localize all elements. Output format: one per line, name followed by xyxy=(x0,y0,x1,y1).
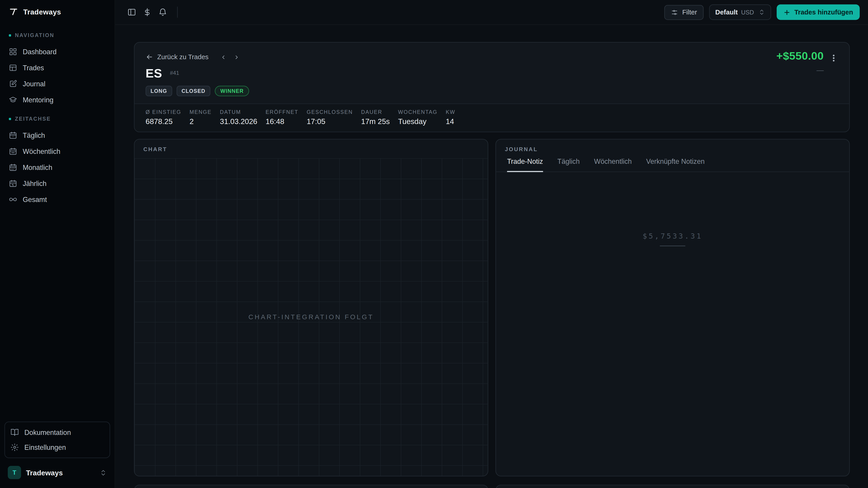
filter-sliders-icon xyxy=(671,8,678,16)
sidebar-item-dokumentation[interactable]: Dokumentation xyxy=(5,425,110,440)
sidebar-item-taeglich[interactable]: Täglich xyxy=(0,127,115,143)
section-label-zeitachse: ZEITACHSE xyxy=(0,116,115,122)
sidebar-item-einstellungen[interactable]: Einstellungen xyxy=(5,440,110,455)
next-trade-button[interactable] xyxy=(230,51,243,63)
badge-long: LONG xyxy=(146,86,172,96)
app-root: Tradeways NAVIGATION Dashboard Trades xyxy=(0,0,868,488)
stat-value: 31.03.2026 xyxy=(220,118,257,126)
sidebar-item-mentoring[interactable]: Mentoring xyxy=(0,92,115,108)
workspace-avatar: T xyxy=(8,466,21,479)
below-fold-row xyxy=(134,485,850,488)
trade-header: Zurück zu Trades +$550.00 xyxy=(134,43,849,104)
sidebar-footer: Dokumentation Einstellungen T Tradeways xyxy=(0,417,115,488)
calendar-week-icon xyxy=(9,147,17,156)
stat-label: ERÖFFNET xyxy=(266,109,298,115)
sidebar-item-trades[interactable]: Trades xyxy=(0,60,115,76)
currency-button[interactable] xyxy=(140,4,155,20)
below-fold-card-left xyxy=(134,485,488,488)
sidebar-item-jaehrlich[interactable]: Jährlich xyxy=(0,175,115,191)
stat-label: DATUM xyxy=(220,109,257,115)
calendar-year-icon xyxy=(9,179,17,188)
chart-grid: CHART-INTEGRATION FOLGT xyxy=(134,158,488,476)
stat-value: 17m 25s xyxy=(361,118,390,126)
sidebar-item-label: Täglich xyxy=(23,131,45,139)
sidebar-item-label: Einstellungen xyxy=(24,444,66,451)
chevrons-up-down-icon xyxy=(758,9,765,15)
sidebar-item-label: Wöchentlich xyxy=(23,148,60,155)
filter-button[interactable]: Filter xyxy=(664,5,704,20)
journal-balance-field[interactable]: $5,7533.31 xyxy=(643,232,703,247)
sidebar-item-dashboard[interactable]: Dashboard xyxy=(0,43,115,60)
stat-quantity: MENGE 2 xyxy=(189,109,212,126)
trade-menu-button[interactable] xyxy=(826,51,842,66)
below-fold-card-right xyxy=(495,485,850,488)
stat-entry: Ø EINSTIEG 6878.25 xyxy=(146,109,181,126)
sidebar-item-label: Jährlich xyxy=(23,180,46,187)
stat-label: DAUER xyxy=(361,109,390,115)
sidebar-item-gesamt[interactable]: Gesamt xyxy=(0,191,115,207)
workspace-switcher[interactable]: T Tradeways xyxy=(4,464,110,481)
chevron-right-icon xyxy=(233,53,241,61)
stat-label: WOCHENTAG xyxy=(398,109,437,115)
arrow-left-icon xyxy=(146,53,153,61)
sidebar-item-journal[interactable]: Journal xyxy=(0,76,115,92)
stat-value: 6878.25 xyxy=(146,118,181,126)
stat-label: MENGE xyxy=(189,109,212,115)
section-label-text: NAVIGATION xyxy=(15,32,54,38)
main-area: Filter Default USD Trades hinzufügen xyxy=(115,0,868,488)
stat-weekday: WOCHENTAG Tuesday xyxy=(398,109,437,126)
tradeways-logo-icon xyxy=(9,7,18,17)
bell-icon xyxy=(158,8,167,17)
trade-symbol: ES xyxy=(146,67,162,80)
chart-panel: CHART CHART-INTEGRATION FOLGT xyxy=(134,139,488,477)
calendar-day-icon xyxy=(9,131,17,139)
trade-pager xyxy=(217,51,243,63)
stat-duration: DAUER 17m 25s xyxy=(361,109,390,126)
tab-verknuepfte-notizen[interactable]: Verknüpfte Notizen xyxy=(646,158,705,172)
sidebar-item-label: Mentoring xyxy=(23,96,53,104)
notifications-button[interactable] xyxy=(155,4,170,20)
topbar: Filter Default USD Trades hinzufügen xyxy=(115,0,868,25)
infinity-icon xyxy=(9,195,17,203)
topbar-right: Filter Default USD Trades hinzufügen xyxy=(664,4,860,20)
nav-section-navigation: NAVIGATION Dashboard Trades Journal Ment… xyxy=(0,32,115,108)
tab-taeglich[interactable]: Täglich xyxy=(557,158,580,172)
account-select[interactable]: Default USD xyxy=(709,4,771,20)
sidebar-toggle-button[interactable] xyxy=(124,4,140,20)
calendar-month-icon xyxy=(9,163,17,171)
back-to-trades-link[interactable]: Zurück zu Trades xyxy=(146,53,209,61)
sidebar-footer-box: Dokumentation Einstellungen xyxy=(4,422,110,458)
topbar-divider xyxy=(177,6,178,18)
sidebar-item-label: Dashboard xyxy=(23,48,57,56)
stat-value: 16:48 xyxy=(266,118,298,126)
stat-value: 14 xyxy=(446,118,455,126)
stat-label: GESCHLOSSEN xyxy=(307,109,353,115)
brand: Tradeways xyxy=(0,0,115,24)
sidebar-item-label: Journal xyxy=(23,80,45,88)
stat-label: Ø EINSTIEG xyxy=(146,109,181,115)
sidebar: Tradeways NAVIGATION Dashboard Trades xyxy=(0,0,115,488)
chart-panel-title: CHART xyxy=(134,140,488,157)
panels-row: CHART CHART-INTEGRATION FOLGT JOURNAL Tr… xyxy=(134,139,850,477)
account-select-name: Default xyxy=(715,8,738,16)
sidebar-item-monatlich[interactable]: Monatlich xyxy=(0,159,115,175)
add-trades-button[interactable]: Trades hinzufügen xyxy=(777,4,860,20)
stat-value: 17:05 xyxy=(307,118,353,126)
chevron-left-icon xyxy=(220,53,227,61)
nav-section-zeitachse: ZEITACHSE Täglich Wöchentlich Monatlich … xyxy=(0,116,115,207)
journal-body: $5,7533.31 xyxy=(496,172,849,246)
journal-panel: JOURNAL Trade-Notiz Täglich Wöchentlich … xyxy=(495,139,850,477)
badge-winner: WINNER xyxy=(215,86,249,96)
previous-trade-button[interactable] xyxy=(217,51,230,63)
stat-label: KW xyxy=(446,109,455,115)
journal-panel-title: JOURNAL xyxy=(496,140,849,157)
journal-tabs: Trade-Notiz Täglich Wöchentlich Verknüpf… xyxy=(496,157,849,172)
tab-woechentlich[interactable]: Wöchentlich xyxy=(594,158,632,172)
tab-trade-notiz[interactable]: Trade-Notiz xyxy=(507,158,543,172)
brand-name: Tradeways xyxy=(23,8,61,16)
chevrons-up-down-icon xyxy=(100,469,107,476)
sidebar-item-woechentlich[interactable]: Wöchentlich xyxy=(0,143,115,159)
sidebar-item-label: Trades xyxy=(23,64,44,72)
plus-icon xyxy=(783,8,790,16)
sidebar-item-label: Dokumentation xyxy=(24,429,71,436)
